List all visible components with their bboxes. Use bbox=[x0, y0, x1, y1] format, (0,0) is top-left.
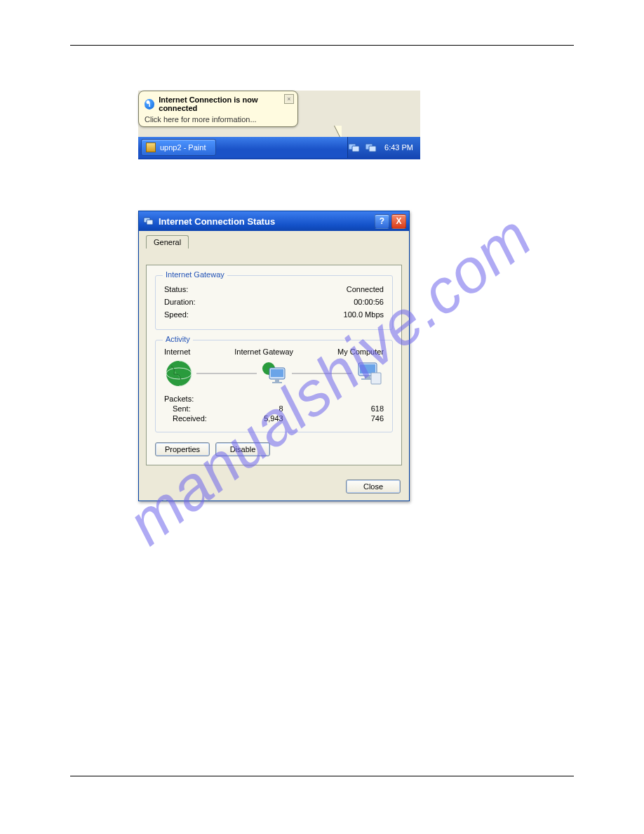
duration-value: 00:00:56 bbox=[354, 298, 384, 306]
svg-rect-14 bbox=[360, 364, 375, 373]
tab-panel-general: Internet Gateway Status:Connected Durati… bbox=[146, 265, 402, 465]
help-button[interactable]: ? bbox=[375, 214, 389, 229]
activity-line-1 bbox=[196, 373, 257, 374]
svg-rect-10 bbox=[271, 369, 283, 377]
tray-clock[interactable]: 6:43 PM bbox=[382, 143, 413, 152]
activity-legend: Activity bbox=[163, 335, 193, 343]
speed-label: Speed: bbox=[164, 310, 189, 319]
notification-balloon[interactable]: i Internet Connection is now connected ×… bbox=[138, 91, 298, 127]
activity-group: Activity Internet Internet Gateway My Co… bbox=[155, 340, 393, 432]
network-icon-2[interactable] bbox=[365, 143, 377, 153]
gateway-legend: Internet Gateway bbox=[163, 270, 227, 279]
status-label: Status: bbox=[164, 285, 188, 293]
my-computer-icon bbox=[354, 359, 384, 388]
sent-internet: 8 bbox=[239, 404, 311, 413]
disable-button[interactable]: Disable bbox=[215, 442, 270, 456]
svg-rect-3 bbox=[369, 146, 376, 152]
status-value: Connected bbox=[347, 285, 384, 293]
packets-label: Packets: bbox=[164, 394, 239, 404]
sent-mycomputer: 618 bbox=[311, 404, 384, 413]
svg-rect-15 bbox=[365, 376, 370, 378]
internet-gateway-group: Internet Gateway Status:Connected Durati… bbox=[155, 275, 393, 330]
taskbar: upnp2 - Paint 6:43 PM bbox=[138, 137, 420, 158]
close-button[interactable]: Close bbox=[346, 479, 401, 494]
svg-rect-17 bbox=[371, 373, 381, 384]
activity-col-mycomputer: My Computer bbox=[337, 348, 384, 356]
svg-rect-12 bbox=[272, 382, 282, 383]
properties-button[interactable]: Properties bbox=[155, 442, 210, 456]
gateway-monitor-icon bbox=[260, 359, 289, 388]
tab-general[interactable]: General bbox=[146, 235, 189, 249]
sent-label: Sent: bbox=[164, 404, 239, 413]
page-rule-bottom bbox=[70, 776, 574, 776]
titlebar[interactable]: Internet Connection Status ? X bbox=[139, 211, 409, 231]
globe-icon bbox=[164, 359, 194, 388]
paint-icon bbox=[146, 143, 156, 152]
balloon-subtitle: Click here for more information... bbox=[145, 115, 292, 124]
network-icon[interactable] bbox=[348, 143, 361, 153]
info-icon: i bbox=[145, 99, 154, 110]
speed-value: 100.0 Mbps bbox=[344, 310, 384, 319]
duration-label: Duration: bbox=[164, 298, 196, 306]
received-label: Received: bbox=[164, 413, 239, 423]
system-tray: 6:43 PM bbox=[347, 137, 420, 158]
svg-rect-1 bbox=[352, 146, 359, 152]
taskbar-app-label: upnp2 - Paint bbox=[160, 143, 206, 152]
connection-status-dialog: Internet Connection Status ? X General I… bbox=[138, 211, 410, 501]
svg-rect-11 bbox=[275, 379, 279, 382]
taskbar-app-button[interactable]: upnp2 - Paint bbox=[141, 139, 216, 156]
activity-col-gateway: Internet Gateway bbox=[234, 348, 293, 356]
svg-rect-5 bbox=[147, 220, 153, 225]
activity-col-internet: Internet bbox=[164, 348, 190, 356]
dialog-title: Internet Connection Status bbox=[159, 216, 373, 227]
close-icon[interactable]: X bbox=[391, 214, 406, 229]
activity-line-2 bbox=[292, 373, 352, 374]
taskbar-screenshot-block: i Internet Connection is now connected ×… bbox=[138, 91, 420, 159]
dialog-icon bbox=[143, 216, 154, 227]
recv-mycomputer: 746 bbox=[311, 413, 384, 423]
balloon-close-button[interactable]: × bbox=[284, 94, 294, 104]
recv-internet: 5,943 bbox=[239, 413, 311, 423]
balloon-title: Internet Connection is now connected bbox=[159, 95, 292, 112]
tab-strip: General bbox=[146, 235, 402, 251]
page-rule-top bbox=[70, 45, 574, 46]
packets-table: Packets: Sent: 8 618 Received: 5,943 746 bbox=[164, 394, 384, 423]
